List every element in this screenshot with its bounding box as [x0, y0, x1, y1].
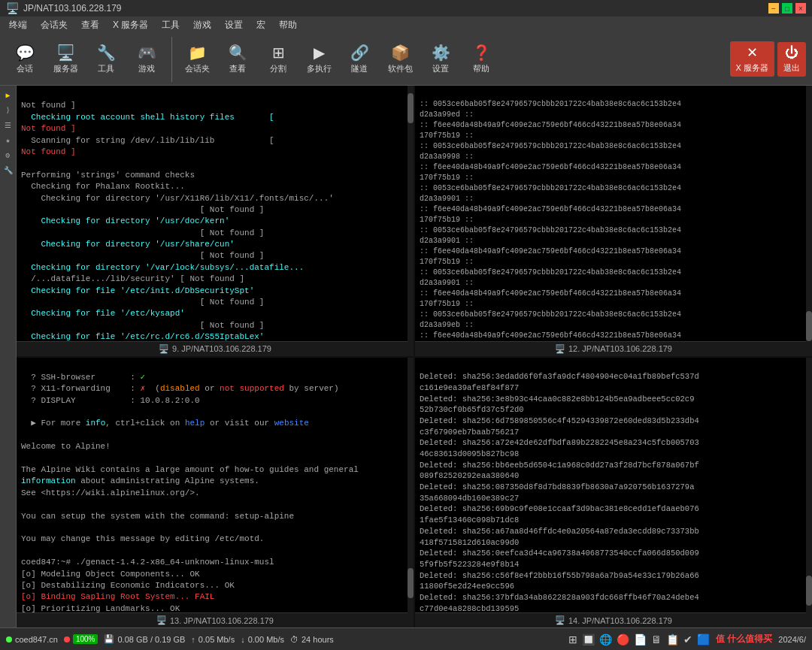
status-host: coed847.cn — [6, 635, 58, 644]
multi-icon: ▶ — [314, 44, 325, 62]
menu-bar: 终端 会话夹 查看 X 服务器 工具 游戏 设置 宏 帮助 — [0, 17, 812, 33]
xserver-icon: ✕ — [747, 44, 758, 61]
xserver-label: X 服务器 — [736, 62, 768, 74]
panel-9[interactable]: Not found ] Checking root account shell … — [17, 86, 414, 356]
taskbar-icon-4[interactable]: 🔴 — [617, 633, 629, 645]
server-label: 服务器 — [53, 63, 78, 74]
toolbar: 💬 会话 🖥️ 服务器 🔧 工具 🎮 游戏 📁 会话夹 🔍 查看 ⊞ 分割 ▶ … — [0, 33, 812, 86]
main-area: Not found ] Checking root account shell … — [17, 86, 812, 627]
status-dot-percent — [64, 636, 70, 642]
panel-9-title: 9. JP/NAT103.106.228.179 — [172, 344, 271, 353]
panel-13[interactable]: ? SSH-browser : ✓ ? X11-forwarding : ✗ (… — [17, 358, 414, 628]
menu-xserver[interactable]: X 服务器 — [107, 17, 154, 33]
menu-terminal[interactable]: 终端 — [3, 17, 33, 33]
panel-12-scrollbar[interactable] — [806, 86, 812, 356]
minimize-button[interactable]: − — [768, 3, 779, 14]
menu-settings[interactable]: 设置 — [219, 17, 249, 33]
panel-12-footer: 🖥️ 12. JP/NAT103.106.228.179 — [415, 341, 812, 356]
status-percent-value: 100% — [73, 634, 98, 644]
panel-14-scrollbar[interactable] — [806, 358, 812, 628]
upload-arrow-icon: ↑ — [191, 635, 195, 644]
exit-icon: ⏻ — [785, 45, 798, 61]
side-btn-2[interactable]: ⟩ — [2, 104, 15, 117]
toolbar-split[interactable]: ⊞ 分割 — [259, 41, 297, 77]
toolbar-right: ✕ X 服务器 ⏻ 退出 — [730, 41, 806, 77]
menu-view[interactable]: 查看 — [75, 17, 105, 33]
panel-12[interactable]: :: 0053ce6bab05f8e24796579cbbb201722c4ba… — [415, 86, 812, 356]
clock-icon: ⏱ — [290, 635, 298, 644]
settings-icon: ⚙️ — [432, 44, 450, 62]
taskbar-icon-8[interactable]: ✔ — [683, 633, 692, 645]
server-icon: 🖥️ — [56, 44, 75, 62]
taskbar-icon-5[interactable]: 📄 — [634, 633, 647, 645]
title-bar-title: JP/NAT103.106.228.179 — [23, 3, 122, 14]
panel-12-scroll-thumb — [806, 311, 812, 341]
toolbar-server[interactable]: 🖥️ 服务器 — [47, 41, 84, 77]
side-btn-1[interactable]: ▶ — [2, 89, 15, 102]
exit-label: 退出 — [783, 62, 800, 74]
toolbar-sessions-folder[interactable]: 📁 会话夹 — [178, 41, 216, 77]
toolbar-view[interactable]: 🔍 查看 — [219, 41, 256, 77]
download-arrow-icon: ↓ — [241, 635, 245, 644]
session-icon: 💬 — [16, 44, 35, 62]
panel-9-scrollbar[interactable] — [408, 86, 414, 356]
menu-help[interactable]: 帮助 — [273, 17, 303, 33]
status-date: 2024/6/ — [778, 635, 806, 644]
panel-13-scrollbar[interactable] — [408, 358, 414, 628]
side-btn-6[interactable]: 🔧 — [2, 164, 15, 177]
games-icon: 🎮 — [138, 44, 156, 62]
exit-button[interactable]: ⏻ 退出 — [777, 42, 806, 77]
packages-label: 软件包 — [388, 63, 413, 74]
taskbar-icon-2[interactable]: 🔲 — [582, 633, 595, 645]
settings-label: 设置 — [432, 63, 449, 74]
taskbar-icon-7[interactable]: 📋 — [666, 633, 679, 645]
status-upload: 0.05 Mb/s — [198, 635, 235, 644]
taskbar-icon-6[interactable]: 🖥 — [651, 633, 662, 645]
panel-9-footer: 🖥️ 9. JP/NAT103.106.228.179 — [17, 341, 414, 356]
title-bar-controls: − □ × — [768, 3, 806, 14]
view-icon: 🔍 — [229, 44, 247, 62]
tools-label: 工具 — [98, 63, 114, 74]
menu-tools[interactable]: 工具 — [156, 17, 186, 33]
side-btn-5[interactable]: ⚙ — [2, 149, 15, 162]
toolbar-tunnel[interactable]: 🔗 隧道 — [341, 41, 378, 77]
toolbar-session[interactable]: 💬 会话 — [6, 41, 44, 77]
menu-macro[interactable]: 宏 — [250, 17, 271, 33]
toolbar-multi[interactable]: ▶ 多执行 — [300, 41, 338, 77]
status-memory: 0.08 GB / 0.19 GB — [117, 635, 185, 644]
panel-13-footer-icon: 🖥️ — [156, 615, 167, 625]
side-btn-4[interactable]: ★ — [2, 134, 15, 147]
toolbar-games[interactable]: 🎮 游戏 — [128, 41, 165, 77]
taskbar-icon-3[interactable]: 🌐 — [599, 633, 612, 645]
split-icon: ⊞ — [272, 44, 285, 62]
tunnel-label: 隧道 — [351, 63, 368, 74]
session-label: 会话 — [17, 63, 33, 74]
maximize-button[interactable]: □ — [782, 3, 792, 14]
toolbar-settings[interactable]: ⚙️ 设置 — [422, 41, 459, 77]
taskbar-icon-9[interactable]: 🟦 — [697, 633, 710, 645]
side-btn-3[interactable]: ☰ — [2, 119, 15, 132]
toolbar-help[interactable]: ❓ 帮助 — [462, 41, 500, 77]
view-label: 查看 — [229, 63, 246, 74]
close-button[interactable]: × — [795, 3, 806, 14]
menu-games[interactable]: 游戏 — [187, 17, 217, 33]
toolbar-tools[interactable]: 🔧 工具 — [87, 41, 125, 77]
panel-13-footer: 🖥️ 13. JP/NAT103.106.228.179 — [17, 612, 414, 627]
panel-9-content: Not found ] Checking root account shell … — [17, 86, 414, 341]
status-host-text: coed847.cn — [15, 635, 58, 644]
toolbar-packages[interactable]: 📦 软件包 — [381, 41, 419, 77]
panel-14-title: 14. JP/NAT103.106.228.179 — [568, 616, 672, 625]
toolbar-divider-1 — [171, 37, 172, 82]
status-memory-container: 💾 0.08 GB / 0.19 GB — [104, 634, 185, 644]
help-label: 帮助 — [473, 63, 489, 74]
panel-14-footer: 🖥️ 14. JP/NAT103.106.228.179 — [415, 612, 812, 627]
panel-9-scroll-thumb — [408, 93, 414, 123]
xserver-button[interactable]: ✕ X 服务器 — [730, 41, 774, 77]
packages-icon: 📦 — [391, 44, 410, 62]
taskbar-windows[interactable]: ⊞ — [568, 633, 577, 645]
title-bar: 🖥️ JP/NAT103.106.228.179 − □ × — [0, 0, 812, 17]
panel-14-content: Deleted: sha256:3edadd6f0fa3fa9dcf480490… — [415, 358, 812, 613]
status-percent: 100% — [64, 634, 98, 644]
panel-14[interactable]: Deleted: sha256:3edadd6f0fa3fa9dcf480490… — [415, 358, 812, 628]
menu-sessions[interactable]: 会话夹 — [35, 17, 74, 33]
